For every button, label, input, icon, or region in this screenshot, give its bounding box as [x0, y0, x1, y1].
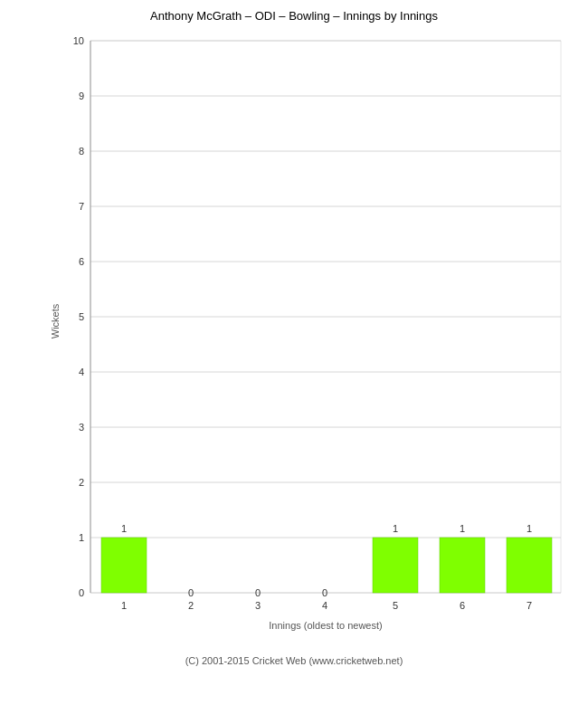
svg-text:0: 0 [79, 587, 84, 598]
svg-text:10: 10 [73, 35, 84, 46]
x-axis-label: Innings (oldest to newest) [269, 620, 382, 631]
bar-label-5: 1 [393, 523, 398, 534]
bar-label-6: 1 [460, 523, 465, 534]
bar-6 [440, 538, 485, 593]
bar-5 [373, 538, 418, 593]
bar-label-1: 1 [121, 523, 127, 534]
chart-container: Anthony McGrath – ODI – Bowling – Inning… [0, 0, 588, 724]
x-tick-6: 6 [460, 600, 465, 611]
footer-text: (C) 2001-2015 Cricket Web (www.cricketwe… [185, 655, 403, 666]
x-tick-2: 2 [188, 600, 194, 611]
bar-1 [101, 538, 147, 593]
svg-text:4: 4 [79, 367, 84, 377]
bar-label-4: 0 [322, 587, 327, 598]
svg-text:8: 8 [79, 146, 84, 157]
bar-7 [507, 538, 552, 593]
bar-label-7: 1 [526, 523, 532, 534]
svg-text:2: 2 [79, 477, 84, 488]
x-tick-3: 3 [255, 600, 261, 611]
svg-text:7: 7 [79, 201, 84, 212]
chart-area: 10 9 8 7 6 5 4 [50, 27, 574, 652]
chart-svg: 10 9 8 7 6 5 4 [50, 27, 574, 652]
svg-text:3: 3 [79, 422, 84, 433]
x-tick-5: 5 [393, 600, 398, 611]
svg-text:9: 9 [79, 90, 84, 101]
y-axis-label: Wickets [50, 303, 61, 338]
chart-title: Anthony McGrath – ODI – Bowling – Inning… [150, 9, 438, 23]
svg-text:6: 6 [79, 256, 84, 267]
bar-label-2: 0 [188, 587, 194, 598]
bar-label-3: 0 [255, 587, 261, 598]
x-tick-4: 4 [322, 600, 327, 611]
x-tick-7: 7 [526, 600, 532, 611]
x-tick-1: 1 [121, 600, 127, 611]
svg-text:1: 1 [79, 532, 84, 543]
svg-text:5: 5 [79, 311, 84, 322]
